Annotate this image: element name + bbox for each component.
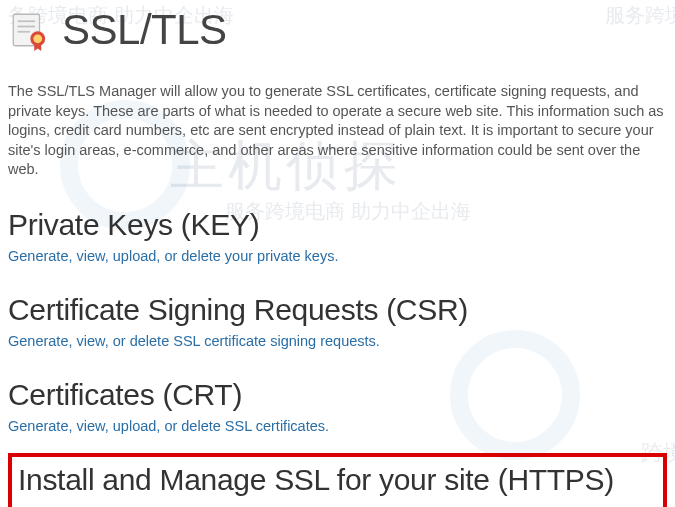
section-heading-install-ssl: Install and Manage SSL for your site (HT… xyxy=(18,463,657,497)
section-crt: Certificates (CRT) Generate, view, uploa… xyxy=(8,378,667,435)
section-heading-private-keys: Private Keys (KEY) xyxy=(8,208,667,242)
section-private-keys: Private Keys (KEY) Generate, view, uploa… xyxy=(8,208,667,265)
link-csr[interactable]: Generate, view, or delete SSL certificat… xyxy=(8,333,380,349)
intro-text: The SSL/TLS Manager will allow you to ge… xyxy=(8,82,667,180)
link-private-keys[interactable]: Generate, view, upload, or delete your p… xyxy=(8,248,338,264)
page-title: SSL/TLS xyxy=(62,6,227,54)
certificate-icon xyxy=(8,9,50,51)
section-heading-crt: Certificates (CRT) xyxy=(8,378,667,412)
section-install-ssl-highlighted: Install and Manage SSL for your site (HT… xyxy=(8,453,667,507)
svg-point-5 xyxy=(33,34,42,43)
section-heading-csr: Certificate Signing Requests (CSR) xyxy=(8,293,667,327)
link-crt[interactable]: Generate, view, upload, or delete SSL ce… xyxy=(8,418,329,434)
page-header: SSL/TLS xyxy=(8,0,667,60)
section-csr: Certificate Signing Requests (CSR) Gener… xyxy=(8,293,667,350)
